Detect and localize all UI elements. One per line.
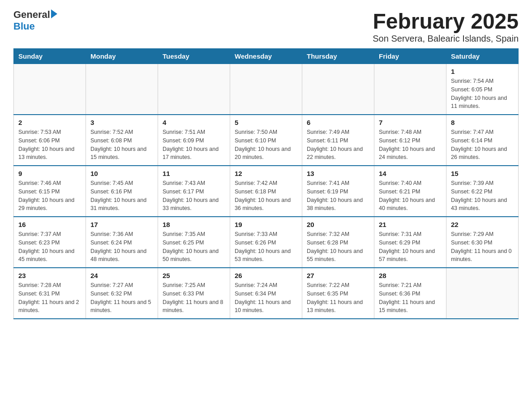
day-number: 12 [235,170,297,177]
calendar-cell: 23Sunrise: 7:28 AM Sunset: 6:31 PM Dayli… [14,268,86,319]
day-info: Sunrise: 7:36 AM Sunset: 6:24 PM Dayligh… [90,230,153,264]
calendar-cell: 15Sunrise: 7:39 AM Sunset: 6:22 PM Dayli… [446,166,519,217]
day-info: Sunrise: 7:53 AM Sunset: 6:06 PM Dayligh… [18,128,81,162]
page-subtitle: Son Servera, Balearic Islands, Spain [373,34,519,44]
calendar-cell: 22Sunrise: 7:29 AM Sunset: 6:30 PM Dayli… [446,217,519,268]
calendar-header-row: SundayMondayTuesdayWednesdayThursdayFrid… [14,49,519,64]
day-number: 1 [451,68,514,75]
day-info: Sunrise: 7:47 AM Sunset: 6:14 PM Dayligh… [451,128,514,162]
day-number: 4 [163,119,225,126]
calendar-cell: 24Sunrise: 7:27 AM Sunset: 6:32 PM Dayli… [86,268,158,319]
day-number: 22 [451,221,514,228]
calendar-cell: 9Sunrise: 7:46 AM Sunset: 6:15 PM Daylig… [14,166,86,217]
day-number: 24 [90,272,153,279]
day-number: 7 [379,119,442,126]
day-info: Sunrise: 7:39 AM Sunset: 6:22 PM Dayligh… [451,179,514,213]
day-number: 19 [235,221,297,228]
calendar-cell: 6Sunrise: 7:49 AM Sunset: 6:11 PM Daylig… [302,115,374,166]
calendar-cell: 28Sunrise: 7:21 AM Sunset: 6:36 PM Dayli… [374,268,446,319]
day-number: 27 [307,272,369,279]
day-number: 11 [163,170,225,177]
calendar-cell [446,268,519,319]
day-number: 8 [451,119,514,126]
day-header-saturday: Saturday [446,49,519,64]
day-info: Sunrise: 7:50 AM Sunset: 6:10 PM Dayligh… [235,128,297,162]
calendar-cell: 2Sunrise: 7:53 AM Sunset: 6:06 PM Daylig… [14,115,86,166]
day-info: Sunrise: 7:51 AM Sunset: 6:09 PM Dayligh… [163,128,225,162]
day-number: 21 [379,221,442,228]
calendar-cell: 14Sunrise: 7:40 AM Sunset: 6:21 PM Dayli… [374,166,446,217]
page-header: General Blue February 2025 Son Servera, … [13,9,519,44]
calendar-cell: 17Sunrise: 7:36 AM Sunset: 6:24 PM Dayli… [86,217,158,268]
calendar-cell: 1Sunrise: 7:54 AM Sunset: 6:05 PM Daylig… [446,64,519,115]
calendar-table: SundayMondayTuesdayWednesdayThursdayFrid… [13,48,519,319]
day-number: 26 [235,272,297,279]
calendar-week-row: 16Sunrise: 7:37 AM Sunset: 6:23 PM Dayli… [14,217,519,268]
day-info: Sunrise: 7:41 AM Sunset: 6:19 PM Dayligh… [307,179,369,213]
day-info: Sunrise: 7:48 AM Sunset: 6:12 PM Dayligh… [379,128,442,162]
day-number: 17 [90,221,153,228]
day-info: Sunrise: 7:43 AM Sunset: 6:17 PM Dayligh… [163,179,225,213]
calendar-cell [86,64,158,115]
day-info: Sunrise: 7:42 AM Sunset: 6:18 PM Dayligh… [235,179,297,213]
title-block: February 2025 Son Servera, Balearic Isla… [373,9,519,44]
calendar-cell: 16Sunrise: 7:37 AM Sunset: 6:23 PM Dayli… [14,217,86,268]
day-number: 15 [451,170,514,177]
logo-blue: Blue [13,21,35,32]
day-info: Sunrise: 7:45 AM Sunset: 6:16 PM Dayligh… [90,179,153,213]
calendar-week-row: 2Sunrise: 7:53 AM Sunset: 6:06 PM Daylig… [14,115,519,166]
calendar-cell: 19Sunrise: 7:33 AM Sunset: 6:26 PM Dayli… [230,217,302,268]
logo: General Blue [13,9,57,32]
logo-arrow-icon [51,9,57,18]
calendar-cell: 10Sunrise: 7:45 AM Sunset: 6:16 PM Dayli… [86,166,158,217]
day-info: Sunrise: 7:29 AM Sunset: 6:30 PM Dayligh… [451,230,514,264]
day-number: 16 [18,221,81,228]
calendar-cell [374,64,446,115]
day-number: 2 [18,119,81,126]
day-number: 25 [163,272,225,279]
day-info: Sunrise: 7:49 AM Sunset: 6:11 PM Dayligh… [307,128,369,162]
day-header-friday: Friday [374,49,446,64]
day-number: 5 [235,119,297,126]
day-info: Sunrise: 7:35 AM Sunset: 6:25 PM Dayligh… [163,230,225,264]
calendar-cell: 4Sunrise: 7:51 AM Sunset: 6:09 PM Daylig… [158,115,230,166]
day-number: 18 [163,221,225,228]
day-header-wednesday: Wednesday [230,49,302,64]
day-info: Sunrise: 7:46 AM Sunset: 6:15 PM Dayligh… [18,179,81,213]
calendar-week-row: 1Sunrise: 7:54 AM Sunset: 6:05 PM Daylig… [14,64,519,115]
day-number: 3 [90,119,153,126]
calendar-cell: 11Sunrise: 7:43 AM Sunset: 6:17 PM Dayli… [158,166,230,217]
calendar-cell: 26Sunrise: 7:24 AM Sunset: 6:34 PM Dayli… [230,268,302,319]
day-info: Sunrise: 7:54 AM Sunset: 6:05 PM Dayligh… [451,77,514,111]
day-number: 23 [18,272,81,279]
calendar-cell [302,64,374,115]
calendar-cell: 27Sunrise: 7:22 AM Sunset: 6:35 PM Dayli… [302,268,374,319]
day-header-tuesday: Tuesday [158,49,230,64]
day-number: 6 [307,119,369,126]
day-info: Sunrise: 7:32 AM Sunset: 6:28 PM Dayligh… [307,230,369,264]
calendar-cell: 18Sunrise: 7:35 AM Sunset: 6:25 PM Dayli… [158,217,230,268]
day-info: Sunrise: 7:25 AM Sunset: 6:33 PM Dayligh… [163,281,225,315]
day-number: 14 [379,170,442,177]
day-info: Sunrise: 7:31 AM Sunset: 6:29 PM Dayligh… [379,230,442,264]
day-info: Sunrise: 7:40 AM Sunset: 6:21 PM Dayligh… [379,179,442,213]
day-info: Sunrise: 7:27 AM Sunset: 6:32 PM Dayligh… [90,281,153,315]
calendar-cell: 13Sunrise: 7:41 AM Sunset: 6:19 PM Dayli… [302,166,374,217]
day-info: Sunrise: 7:33 AM Sunset: 6:26 PM Dayligh… [235,230,297,264]
calendar-cell [230,64,302,115]
calendar-cell: 21Sunrise: 7:31 AM Sunset: 6:29 PM Dayli… [374,217,446,268]
day-info: Sunrise: 7:22 AM Sunset: 6:35 PM Dayligh… [307,281,369,315]
day-info: Sunrise: 7:24 AM Sunset: 6:34 PM Dayligh… [235,281,297,315]
calendar-cell: 5Sunrise: 7:50 AM Sunset: 6:10 PM Daylig… [230,115,302,166]
calendar-cell [158,64,230,115]
calendar-cell: 25Sunrise: 7:25 AM Sunset: 6:33 PM Dayli… [158,268,230,319]
day-info: Sunrise: 7:37 AM Sunset: 6:23 PM Dayligh… [18,230,81,264]
calendar-cell: 7Sunrise: 7:48 AM Sunset: 6:12 PM Daylig… [374,115,446,166]
day-number: 9 [18,170,81,177]
calendar-cell: 12Sunrise: 7:42 AM Sunset: 6:18 PM Dayli… [230,166,302,217]
day-number: 10 [90,170,153,177]
day-info: Sunrise: 7:28 AM Sunset: 6:31 PM Dayligh… [18,281,81,315]
day-info: Sunrise: 7:52 AM Sunset: 6:08 PM Dayligh… [90,128,153,162]
day-header-sunday: Sunday [14,49,86,64]
day-header-monday: Monday [86,49,158,64]
